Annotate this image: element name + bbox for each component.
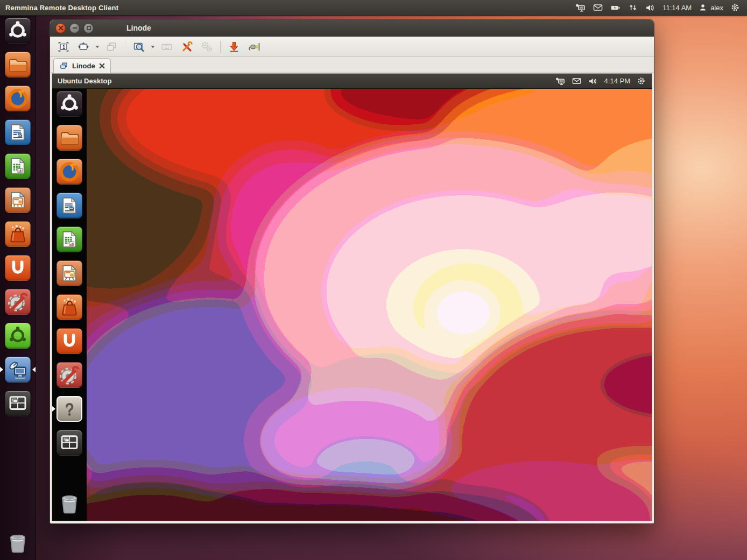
launcher-item-dash[interactable] xyxy=(0,18,36,44)
window-title: Linode xyxy=(126,24,151,32)
remmina-icon xyxy=(5,357,31,382)
session-gear-icon[interactable] xyxy=(636,76,646,86)
launcher-item-firefox[interactable] xyxy=(0,86,36,111)
toolbar-fit-window-button[interactable] xyxy=(54,39,73,54)
window-minimize-button[interactable] xyxy=(69,23,80,33)
system-tray: 11:14 AM alex xyxy=(575,2,747,13)
launcher-item-settings[interactable] xyxy=(0,289,36,315)
toolbar-tools-button xyxy=(198,39,216,54)
window-titlebar[interactable]: Linode xyxy=(50,20,654,37)
fullscreen-dropdown-caret[interactable] xyxy=(94,39,101,54)
focused-indicator-arrow xyxy=(52,406,55,412)
remote-wallpaper[interactable] xyxy=(87,89,652,521)
remote-launcher-item-dash[interactable] xyxy=(52,91,87,117)
launcher-item-home-folder[interactable] xyxy=(0,52,36,77)
scaled-mode-dropdown-caret[interactable] xyxy=(150,39,156,54)
remote-panel-menu[interactable]: Ubuntu Desktop xyxy=(52,77,111,85)
maximize-icon xyxy=(86,25,91,31)
launcher-item-workspaces[interactable] xyxy=(0,391,36,416)
software-center-icon xyxy=(57,294,82,320)
workspace-switcher-icon xyxy=(5,391,31,416)
focused-indicator-arrow xyxy=(32,367,36,372)
system-settings-icon xyxy=(5,289,31,315)
volume-icon[interactable] xyxy=(588,76,598,87)
unity-launcher xyxy=(0,15,36,560)
dash-home-icon xyxy=(57,91,82,117)
trash-icon xyxy=(5,530,31,556)
mail-icon[interactable] xyxy=(593,2,603,13)
remmina-toolbar xyxy=(50,37,654,57)
chevron-down-icon xyxy=(95,45,100,48)
toolbar-preferences-button[interactable] xyxy=(178,39,196,54)
libreoffice-impress-icon xyxy=(57,260,82,286)
remmina-window: Linode Linode Ub xyxy=(50,19,654,524)
fit-window-icon xyxy=(57,40,70,53)
session-gear-icon[interactable] xyxy=(730,2,741,13)
toolbar-separator xyxy=(125,41,125,53)
wallpaper-art xyxy=(87,89,652,521)
remote-launcher-item-impress[interactable] xyxy=(52,260,87,286)
dash-home-icon xyxy=(5,18,31,44)
remote-launcher-item-workspaces[interactable] xyxy=(52,430,87,456)
remote-top-panel: Ubuntu Desktop 4:14 PM xyxy=(52,74,652,89)
volume-icon[interactable] xyxy=(645,2,656,13)
window-close-button[interactable] xyxy=(55,23,66,33)
username: alex xyxy=(710,4,723,12)
toolbar-screenshot-button[interactable] xyxy=(225,39,243,54)
remote-clock[interactable]: 4:14 PM xyxy=(604,77,630,85)
launcher-item-ubuntu-one[interactable] xyxy=(0,255,36,281)
unknown-app-icon xyxy=(57,396,82,422)
tools-preferences-icon xyxy=(180,40,193,53)
firefox-icon xyxy=(57,159,82,185)
remote-desktop-indicator-icon[interactable] xyxy=(555,76,566,87)
remote-desktop-view[interactable]: Ubuntu Desktop 4:14 PM xyxy=(52,73,652,521)
toolbar-fullscreen-button[interactable] xyxy=(74,39,93,54)
battery-icon[interactable] xyxy=(610,2,621,13)
remote-launcher-item-ubuntu-one[interactable] xyxy=(52,328,87,354)
remote-launcher-item-settings[interactable] xyxy=(52,362,87,388)
launcher-item-calc[interactable] xyxy=(0,153,36,179)
window-maximize-button[interactable] xyxy=(83,23,94,33)
libreoffice-calc-icon xyxy=(5,153,31,179)
launcher-item-impress[interactable] xyxy=(0,187,36,213)
remote-launcher-item-trash[interactable] xyxy=(52,491,87,516)
remote-launcher-item-calc[interactable] xyxy=(52,226,87,252)
launcher-item-ubuntu-software[interactable] xyxy=(0,323,36,349)
close-icon xyxy=(58,25,64,31)
switch-page-icon xyxy=(105,40,118,53)
launcher-item-software-center[interactable] xyxy=(0,221,36,247)
remote-unity-launcher xyxy=(52,89,87,521)
remote-launcher-item-firefox[interactable] xyxy=(52,159,87,185)
fullscreen-icon xyxy=(77,40,90,53)
clock[interactable]: 11:14 AM xyxy=(663,4,692,12)
ubuntu-logo-icon xyxy=(5,323,31,349)
toolbar-keyboard-button xyxy=(158,39,176,54)
toolbar-disconnect-button[interactable] xyxy=(245,39,263,54)
network-traffic-icon[interactable] xyxy=(628,2,638,13)
remote-system-tray: 4:14 PM xyxy=(555,76,652,87)
disconnect-plug-icon xyxy=(247,40,261,54)
libreoffice-impress-icon xyxy=(5,187,31,213)
mail-icon[interactable] xyxy=(572,76,582,86)
software-center-icon xyxy=(5,221,31,247)
remote-desktop-indicator-icon[interactable] xyxy=(575,2,586,13)
remote-launcher-item-unknown[interactable] xyxy=(52,396,87,422)
top-panel: Remmina Remote Desktop Client 11:14 AM a… xyxy=(0,0,747,16)
running-indicator-arrow xyxy=(0,367,3,372)
user-menu[interactable]: alex xyxy=(698,3,723,12)
launcher-item-remmina[interactable] xyxy=(0,357,36,382)
libreoffice-writer-icon xyxy=(5,119,31,145)
tab-linode[interactable]: Linode xyxy=(53,58,111,73)
launcher-item-writer[interactable] xyxy=(0,119,36,145)
toolbar-scaled-mode-button[interactable] xyxy=(130,39,148,54)
home-folder-icon xyxy=(5,52,31,77)
remote-launcher-item-home-folder[interactable] xyxy=(52,125,87,151)
system-settings-icon xyxy=(57,362,82,388)
toolbar-switch-page-button xyxy=(102,39,121,54)
remote-launcher-item-software-center[interactable] xyxy=(52,294,87,320)
remote-launcher-item-writer[interactable] xyxy=(52,193,87,218)
user-icon xyxy=(698,3,708,12)
launcher-item-trash[interactable] xyxy=(0,530,36,556)
toolbar-separator xyxy=(220,41,221,53)
tab-close-icon[interactable] xyxy=(99,63,105,69)
